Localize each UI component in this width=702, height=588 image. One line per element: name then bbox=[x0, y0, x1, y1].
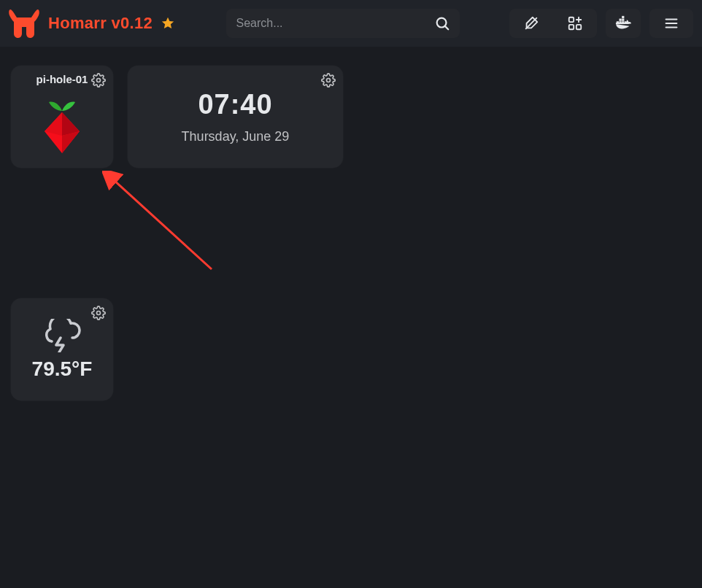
svg-line-1 bbox=[444, 26, 447, 29]
edit-lock-button[interactable] bbox=[509, 9, 553, 38]
svg-rect-5 bbox=[576, 25, 581, 29]
thunderstorm-icon bbox=[40, 318, 84, 353]
search-input[interactable] bbox=[235, 16, 428, 31]
tile-settings-button[interactable] bbox=[90, 71, 107, 89]
docker-icon bbox=[614, 15, 632, 31]
clock-date: Thursday, June 29 bbox=[182, 129, 290, 144]
docker-button[interactable] bbox=[606, 9, 641, 38]
weather-temperature: 79.5°F bbox=[32, 357, 93, 381]
annotation-arrow bbox=[102, 171, 226, 280]
tile-settings-button[interactable] bbox=[90, 304, 107, 322]
add-widget-button[interactable] bbox=[553, 9, 597, 38]
header-center bbox=[186, 9, 499, 38]
toolbar-group-menu bbox=[649, 9, 693, 38]
svg-point-19 bbox=[327, 79, 331, 82]
svg-rect-13 bbox=[622, 19, 624, 21]
hamburger-icon bbox=[663, 15, 679, 31]
brand: Homarr v0.12 bbox=[7, 9, 176, 38]
homarr-logo-icon bbox=[7, 9, 41, 38]
search-button[interactable] bbox=[433, 15, 451, 32]
app-header: Homarr v0.12 bbox=[0, 0, 702, 47]
edit-lock-icon bbox=[523, 15, 539, 31]
svg-rect-12 bbox=[619, 19, 621, 21]
tile-settings-button[interactable] bbox=[320, 71, 337, 89]
svg-rect-3 bbox=[569, 18, 574, 22]
star-icon[interactable] bbox=[160, 15, 176, 31]
svg-point-20 bbox=[97, 312, 101, 315]
svg-rect-4 bbox=[569, 25, 574, 29]
svg-line-21 bbox=[113, 179, 212, 269]
tile-pihole[interactable]: pi-hole-01 bbox=[11, 66, 113, 168]
pihole-logo-icon bbox=[37, 91, 87, 160]
tile-clock[interactable]: 07:40 Thursday, June 29 bbox=[128, 66, 343, 168]
gear-icon bbox=[91, 306, 106, 320]
gear-icon bbox=[91, 73, 106, 88]
header-tools bbox=[509, 9, 693, 38]
menu-button[interactable] bbox=[649, 9, 693, 38]
clock-time: 07:40 bbox=[198, 89, 272, 120]
toolbar-group-edit bbox=[509, 9, 597, 38]
app-title: Homarr v0.12 bbox=[48, 14, 153, 33]
search-icon bbox=[434, 15, 450, 31]
search-box bbox=[226, 9, 460, 38]
toolbar-group-docker bbox=[606, 9, 641, 38]
tile-label: pi-hole-01 bbox=[36, 73, 88, 85]
grid-plus-icon bbox=[567, 15, 583, 31]
dashboard: pi-hole-01 07:40 Thurs bbox=[0, 47, 702, 588]
tile-weather[interactable]: 79.5°F bbox=[11, 298, 113, 401]
gear-icon bbox=[321, 73, 336, 88]
svg-rect-14 bbox=[622, 16, 624, 18]
svg-point-18 bbox=[97, 79, 101, 82]
